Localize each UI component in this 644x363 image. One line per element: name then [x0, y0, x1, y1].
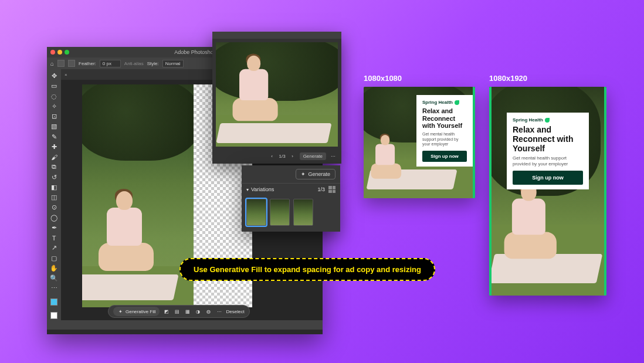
sparkle-icon: ✦	[117, 308, 124, 315]
maximize-window-icon[interactable]	[65, 50, 69, 55]
ad-headline: Relax and Reconnect with Yourself	[513, 125, 583, 153]
variation-thumb-3[interactable]	[293, 199, 313, 226]
fill-icon[interactable]: ◍	[205, 308, 212, 315]
ad-subcopy: Get mental health support provided by yo…	[513, 155, 583, 167]
variations-label: Variations	[251, 186, 274, 192]
stamp-tool-icon[interactable]: ⧉	[48, 162, 60, 171]
move-tool-icon[interactable]: ✥	[48, 72, 60, 80]
brand-logo: Spring Health	[513, 117, 583, 123]
ad-size-label-square: 1080x1080	[364, 74, 402, 83]
eraser-tool-icon[interactable]: ◧	[48, 183, 60, 192]
generative-fill-button[interactable]: ✦ Generative Fill	[113, 307, 160, 316]
select-subject-icon[interactable]: ◩	[163, 308, 170, 315]
variation-thumb-1[interactable]	[246, 199, 266, 226]
type-tool-icon[interactable]: T	[48, 233, 60, 242]
chevron-down-icon[interactable]: ▸	[245, 188, 250, 191]
signup-button[interactable]: Sign up now	[422, 151, 467, 162]
close-window-icon[interactable]	[50, 50, 55, 55]
heal-tool-icon[interactable]: ✚	[48, 143, 60, 151]
antialias-label: Anti-alias	[124, 61, 144, 66]
leaf-icon	[545, 118, 550, 123]
remove-bg-icon[interactable]: ▤	[174, 308, 181, 315]
prev-variation-icon[interactable]: ‹	[269, 152, 276, 160]
instruction-callout: Use Generative Fill to expand spacing fo…	[179, 258, 435, 281]
preview-image	[216, 42, 338, 147]
tool-palette: ✥ ▭ ◌ ✧ ⊡ ▧ ✎ ✚ 🖌 ⧉ ↺ ◧ ◫ ⊙ ◯ ✒ T ↗ ▢ ✋ …	[47, 69, 61, 320]
feather-input[interactable]: 0 px	[100, 60, 121, 67]
marquee-mode-icon[interactable]	[68, 60, 75, 67]
frame-tool-icon[interactable]: ▧	[48, 122, 60, 131]
ad-copy-card: Spring Health Relax and Reconnect with Y…	[416, 95, 473, 167]
style-label: Style:	[147, 61, 159, 66]
contextual-task-bar: ✦ Generative Fill ◩ ▤ ▦ ◑ ◍ ⋯ Deselect	[108, 305, 250, 318]
signup-button[interactable]: Sign up now	[513, 171, 583, 185]
brush-tool-icon[interactable]: 🖌	[48, 152, 60, 161]
leaf-icon	[455, 100, 459, 105]
ad-headline: Relax and Reconnect with Yourself	[422, 107, 467, 130]
ad-subcopy: Get mental health support provided by yo…	[422, 132, 467, 147]
options-tool-icon[interactable]: ⋯	[48, 284, 60, 293]
hand-tool-icon[interactable]: ✋	[48, 264, 60, 273]
dodge-tool-icon[interactable]: ◯	[48, 213, 60, 222]
zoom-tool-icon[interactable]: 🔍	[48, 274, 60, 283]
blur-tool-icon[interactable]: ⊙	[48, 203, 60, 212]
minimize-window-icon[interactable]	[57, 50, 62, 55]
crop-tool-icon[interactable]: ⊡	[48, 112, 60, 121]
pen-tool-icon[interactable]: ✒	[48, 223, 60, 232]
variations-panel: ✦ Generate ▸ Variations 1/3	[242, 165, 340, 232]
bg-color-swatch[interactable]	[48, 311, 60, 320]
variation-count: 1/3	[317, 186, 325, 192]
more-icon[interactable]: ⋯	[330, 152, 337, 160]
shape-tool-icon[interactable]: ▢	[48, 254, 60, 263]
ad-copy-card: Spring Health Relax and Reconnect with Y…	[507, 113, 589, 189]
variation-count: 1/3	[279, 154, 286, 159]
color-swatch[interactable]	[48, 298, 60, 307]
history-brush-icon[interactable]: ↺	[48, 173, 60, 182]
mask-icon[interactable]: ◑	[195, 308, 202, 315]
feather-label: Feather:	[79, 61, 96, 66]
path-tool-icon[interactable]: ↗	[48, 243, 60, 252]
generated-preview-panel: ‹ 1/3 › Generate ⋯	[212, 32, 341, 164]
gradient-tool-icon[interactable]: ◫	[48, 193, 60, 202]
marquee-tool-icon[interactable]: ▭	[48, 82, 60, 90]
brand-logo: Spring Health	[422, 100, 467, 105]
ad-preview-story: Spring Health Relax and Reconnect with Y…	[489, 87, 606, 296]
lasso-tool-icon[interactable]: ◌	[48, 92, 60, 101]
eyedropper-tool-icon[interactable]: ✎	[48, 133, 60, 141]
next-variation-icon[interactable]: ›	[289, 152, 296, 160]
transform-icon[interactable]: ▦	[184, 308, 191, 315]
more-icon[interactable]: ⋯	[216, 308, 223, 315]
generate-button[interactable]: ✦ Generate	[296, 169, 335, 179]
variation-thumb-2[interactable]	[270, 199, 290, 226]
wand-tool-icon[interactable]: ✧	[48, 102, 60, 111]
grid-view-icon[interactable]	[328, 186, 335, 193]
status-bar	[47, 320, 323, 330]
panel-drag-handle[interactable]	[212, 32, 341, 39]
ad-preview-square: Spring Health Relax and Reconnect with Y…	[364, 87, 475, 198]
generate-button-small[interactable]: Generate	[300, 152, 326, 160]
deselect-button[interactable]: Deselect	[226, 309, 245, 314]
sparkle-icon: ✦	[301, 171, 306, 177]
marquee-tool-icon[interactable]	[57, 60, 65, 67]
style-select[interactable]: Normal	[162, 60, 184, 67]
home-icon[interactable]: ⌂	[50, 60, 54, 67]
ad-size-label-story: 1080x1920	[489, 74, 527, 83]
canvas-photo	[82, 84, 194, 307]
